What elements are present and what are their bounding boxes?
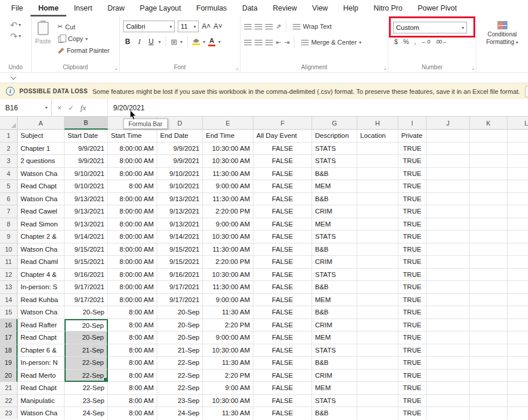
cell-K8[interactable]	[470, 218, 507, 231]
cell-J14[interactable]	[427, 294, 470, 307]
cell-F17[interactable]: FALSE	[253, 331, 312, 344]
cell-B21[interactable]: 22-Sep	[65, 382, 108, 395]
cell-E6[interactable]: 11:30:00 AM	[203, 193, 253, 206]
cell-G12[interactable]: STATS	[312, 269, 357, 282]
align-bottom-icon[interactable]	[265, 24, 273, 29]
cell-J13[interactable]	[427, 281, 470, 294]
column-header-H[interactable]: H	[357, 117, 398, 130]
cell-F9[interactable]: FALSE	[253, 231, 312, 243]
cell-C23[interactable]: 8:00 AM	[108, 407, 157, 419]
cell-D10[interactable]: 9/15/2021	[157, 243, 203, 256]
cell-I7[interactable]: TRUE	[398, 205, 427, 218]
tab-draw[interactable]: Draw	[100, 0, 132, 16]
cell-D21[interactable]: 22-Sep	[157, 382, 203, 395]
cell-A11[interactable]: Read Chaml	[18, 256, 65, 269]
undo-dropdown-icon[interactable]: ▾	[19, 23, 21, 28]
cancel-icon[interactable]: ×	[57, 104, 62, 112]
cell-B17[interactable]: 20-Sep	[65, 331, 108, 344]
cell-B20[interactable]: 22-Sep	[65, 370, 108, 382]
row-header-20[interactable]: 20	[0, 370, 18, 382]
row-header-12[interactable]: 12	[0, 269, 18, 282]
cell-A17[interactable]: Read Chapt	[18, 331, 65, 344]
cell-J20[interactable]	[427, 370, 470, 382]
paste-button[interactable]: Paste	[35, 21, 51, 62]
cell-B8[interactable]: 9/13/2021	[65, 218, 108, 231]
cell-G10[interactable]: B&B	[312, 243, 357, 256]
cell-H16[interactable]	[357, 319, 398, 332]
cell-H4[interactable]	[357, 168, 398, 181]
cell-I12[interactable]: TRUE	[398, 269, 427, 282]
cell-J7[interactable]	[427, 205, 470, 218]
tab-data[interactable]: Data	[235, 0, 265, 16]
cell-C11[interactable]: 8:00:00 AM	[108, 256, 157, 269]
cell-H21[interactable]	[357, 382, 398, 395]
cell-I11[interactable]: TRUE	[398, 256, 427, 269]
cell-I6[interactable]: TRUE	[398, 193, 427, 206]
cell-B5[interactable]: 9/10/2021	[65, 180, 108, 193]
row-header-19[interactable]: 19	[0, 357, 18, 370]
cell-E10[interactable]: 11:30:00 AM	[203, 243, 253, 256]
font-color-button[interactable]: A	[208, 38, 215, 46]
cell-G8[interactable]: MEM	[312, 218, 357, 231]
cell-I1[interactable]: Private	[398, 130, 427, 143]
tab-review[interactable]: Review	[265, 0, 304, 16]
cell-H5[interactable]	[357, 180, 398, 193]
cell-A4[interactable]: Watson Cha	[18, 168, 65, 181]
column-header-K[interactable]: K	[470, 117, 507, 130]
cell-E9[interactable]: 10:30:00 AM	[203, 231, 253, 243]
tab-nitro-pro[interactable]: Nitro Pro	[366, 0, 410, 16]
cell-F5[interactable]: FALSE	[253, 180, 312, 193]
borders-button[interactable]: ⊞	[171, 38, 177, 46]
tab-view[interactable]: View	[304, 0, 336, 16]
shrink-font-button[interactable]: A˅	[214, 22, 222, 31]
cell-K2[interactable]	[470, 143, 507, 155]
cell-E23[interactable]: 11:30 AM	[203, 407, 253, 419]
cell-E12[interactable]: 10:30:00 AM	[203, 269, 253, 282]
cell-A23[interactable]: Watson Cha	[18, 407, 65, 419]
row-header-4[interactable]: 4	[0, 168, 18, 181]
cell-H6[interactable]	[357, 193, 398, 206]
cell-H11[interactable]	[357, 256, 398, 269]
cell-H10[interactable]	[357, 243, 398, 256]
column-header-B[interactable]: B	[65, 117, 108, 130]
row-header-14[interactable]: 14	[0, 294, 18, 307]
cell-G15[interactable]: B&B	[312, 306, 357, 319]
cell-C15[interactable]: 8:00 AM	[108, 306, 157, 319]
cell-C14[interactable]: 8:00:00 AM	[108, 294, 157, 307]
cell-B14[interactable]: 9/17/2021	[65, 294, 108, 307]
cell-C22[interactable]: 8:00 AM	[108, 395, 157, 408]
cell-A22[interactable]: Manipulatic	[18, 395, 65, 408]
cell-K11[interactable]	[470, 256, 507, 269]
cell-K22[interactable]	[470, 395, 507, 408]
cell-F18[interactable]: FALSE	[253, 344, 312, 357]
cell-D11[interactable]: 9/15/2021	[157, 256, 203, 269]
cell-J2[interactable]	[427, 143, 470, 155]
cell-J1[interactable]	[427, 130, 470, 143]
cell-F1[interactable]: All Day Event	[253, 130, 312, 143]
cell-K16[interactable]	[470, 319, 507, 332]
cell-L17[interactable]	[507, 331, 528, 344]
cell-J23[interactable]	[427, 407, 470, 419]
cell-B9[interactable]: 9/14/2021	[65, 231, 108, 243]
cell-C7[interactable]: 8:00:00 AM	[108, 205, 157, 218]
cell-I17[interactable]: TRUE	[398, 331, 427, 344]
cell-D12[interactable]: 9/16/2021	[157, 269, 203, 282]
redo-dropdown-icon[interactable]: ▾	[19, 34, 21, 39]
cell-F21[interactable]: FALSE	[253, 382, 312, 395]
cell-K13[interactable]	[470, 281, 507, 294]
cell-L7[interactable]	[507, 205, 528, 218]
font-size-combobox[interactable]: 11 ▾	[178, 21, 199, 32]
cell-J21[interactable]	[427, 382, 470, 395]
cell-K14[interactable]	[470, 294, 507, 307]
cell-H15[interactable]	[357, 306, 398, 319]
cell-J22[interactable]	[427, 395, 470, 408]
cell-A16[interactable]: Read Rafter	[18, 319, 65, 332]
cell-F16[interactable]: FALSE	[253, 319, 312, 332]
cell-D17[interactable]: 20-Sep	[157, 331, 203, 344]
cell-F6[interactable]: FALSE	[253, 193, 312, 206]
cell-K4[interactable]	[470, 168, 507, 181]
cell-J3[interactable]	[427, 155, 470, 168]
cell-A20[interactable]: Read Merto	[18, 370, 65, 382]
cell-L23[interactable]	[507, 407, 528, 419]
cell-H8[interactable]	[357, 218, 398, 231]
